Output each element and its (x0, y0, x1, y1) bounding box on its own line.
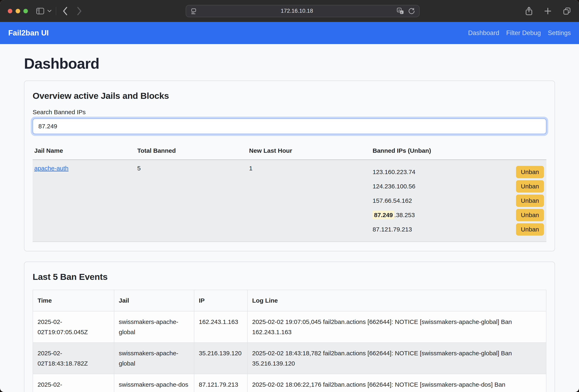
event-jail: swissmakers-apache-global (114, 311, 194, 342)
unban-button[interactable]: Unban (516, 166, 544, 178)
nav-link-filter-debug[interactable]: Filter Debug (503, 29, 544, 37)
col-header-log-line: Log Line (247, 290, 546, 311)
translate-icon[interactable]: A x (397, 7, 404, 15)
minimize-window-button[interactable] (16, 9, 20, 13)
event-jail: swissmakers-apache-global (114, 342, 194, 374)
banned-ip-row: 87.249.38.253Unban (373, 208, 545, 222)
search-match-highlight: 87.249 (373, 211, 394, 219)
ban-event-row: 2025-02-02T18:43:18.782Zswissmakers-apac… (33, 342, 546, 374)
search-banned-ips-input[interactable] (33, 118, 546, 134)
unban-button[interactable]: Unban (516, 223, 544, 235)
events-table: Time Jail IP Log Line 2025-02-02T19:07:0… (33, 290, 546, 392)
col-header-banned-ips: Banned IPs (Unban) (371, 144, 546, 160)
reader-icon[interactable] (190, 7, 197, 14)
col-header-ip: IP (194, 290, 247, 311)
col-header-total-banned: Total Banned (136, 144, 247, 160)
browser-toolbar: 172.16.10.18 A x (0, 0, 579, 22)
overview-card: Overview active Jails and Blocks Search … (24, 81, 555, 251)
banned-ip-row: 87.121.79.213Unban (373, 222, 545, 237)
app-brand[interactable]: Fail2ban UI (8, 29, 49, 37)
jails-table: Jail Name Total Banned New Last Hour Ban… (33, 144, 546, 242)
zoom-window-button[interactable] (23, 9, 28, 13)
banned-ip-row: 123.160.223.74Unban (373, 165, 545, 179)
banned-ip-row: 124.236.100.56Unban (373, 179, 545, 194)
event-time: 2025-02-02T18:06:22.176Z (33, 374, 114, 392)
window-controls (8, 9, 28, 13)
event-log-line: 2025-02-02 19:07:05,045 fail2ban.actions… (247, 311, 546, 342)
event-ip: 87.121.79.213 (194, 374, 247, 392)
col-header-jail-name: Jail Name (33, 144, 136, 160)
address-bar[interactable]: 172.16.10.18 A x (186, 5, 420, 17)
page-title: Dashboard (24, 55, 555, 72)
col-header-jail: Jail (114, 290, 194, 311)
event-ip: 35.216.139.120 (194, 342, 247, 374)
svg-text:x: x (401, 11, 402, 14)
banned-ip-address: 124.236.100.56 (373, 183, 416, 190)
events-card-title: Last 5 Ban Events (33, 272, 546, 282)
app-navbar: Fail2ban UI Dashboard Filter Debug Setti… (0, 22, 579, 44)
event-ip: 162.243.1.163 (194, 311, 247, 342)
nav-link-dashboard[interactable]: Dashboard (464, 29, 503, 37)
nav-links: Dashboard Filter Debug Settings (464, 29, 571, 37)
total-banned-value: 5 (136, 160, 247, 242)
share-icon[interactable] (525, 6, 533, 16)
url-text[interactable]: 172.16.10.18 (197, 8, 397, 14)
ban-event-row: 2025-02-02T18:06:22.176Zswissmakers-apac… (33, 374, 546, 392)
event-time: 2025-02-02T19:07:05.045Z (33, 311, 114, 342)
banned-ip-address: 123.160.223.74 (373, 168, 416, 175)
jail-name-link[interactable]: apache-auth (34, 165, 69, 171)
events-card: Last 5 Ban Events Time Jail IP Log Line … (24, 262, 555, 392)
event-log-line: 2025-02-02 18:43:18,782 fail2ban.actions… (247, 342, 546, 374)
reload-icon[interactable] (408, 7, 415, 14)
page-content: Dashboard Overview active Jails and Bloc… (0, 44, 579, 392)
browser-window: 172.16.10.18 A x (0, 0, 579, 392)
overview-card-title: Overview active Jails and Blocks (33, 91, 546, 101)
jail-row: apache-auth51123.160.223.74Unban124.236.… (33, 160, 546, 242)
banned-ip-address: 87.249.38.253 (373, 212, 415, 219)
chevron-down-icon[interactable] (47, 10, 52, 12)
col-header-new-last-hour: New Last Hour (247, 144, 371, 160)
back-icon[interactable] (62, 6, 68, 16)
svg-text:A: A (398, 8, 400, 12)
unban-button[interactable]: Unban (516, 195, 544, 207)
ban-event-row: 2025-02-02T19:07:05.045Zswissmakers-apac… (33, 311, 546, 342)
search-banned-ips-label: Search Banned IPs (33, 109, 546, 116)
banned-ip-row: 157.66.54.162Unban (373, 194, 545, 208)
new-last-hour-value: 1 (247, 160, 371, 242)
nav-link-settings[interactable]: Settings (544, 29, 571, 37)
banned-ip-address: 87.121.79.213 (373, 226, 412, 233)
events-table-header-row: Time Jail IP Log Line (33, 290, 546, 311)
jails-table-header-row: Jail Name Total Banned New Last Hour Ban… (33, 144, 546, 160)
event-time: 2025-02-02T18:43:18.782Z (33, 342, 114, 374)
toolbar-divider (56, 7, 56, 15)
unban-button[interactable]: Unban (516, 180, 544, 192)
new-tab-icon[interactable] (544, 7, 552, 15)
tab-overview-icon[interactable] (563, 7, 571, 15)
banned-ip-address: 157.66.54.162 (373, 197, 412, 204)
sidebar-icon[interactable] (36, 7, 44, 14)
close-window-button[interactable] (8, 9, 12, 13)
event-jail: swissmakers-apache-dos (114, 374, 194, 392)
unban-button[interactable]: Unban (516, 209, 544, 221)
event-log-line: 2025-02-02 18:06:22,176 fail2ban.actions… (247, 374, 546, 392)
col-header-time: Time (33, 290, 114, 311)
forward-icon[interactable] (76, 6, 82, 16)
